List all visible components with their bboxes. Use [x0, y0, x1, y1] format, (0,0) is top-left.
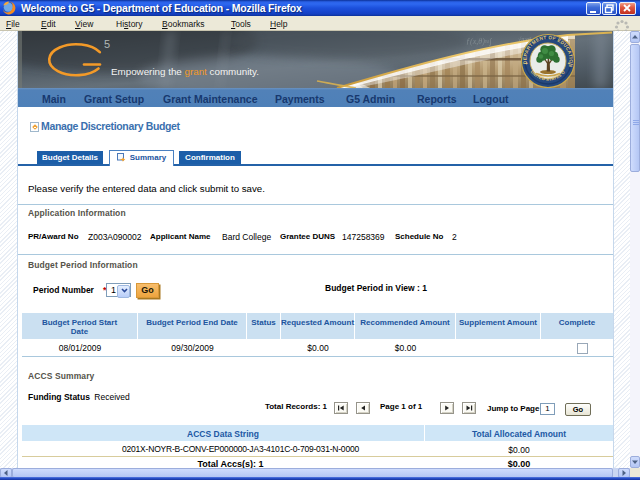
svg-text:5: 5 — [104, 38, 110, 50]
svg-text:√π⋅α²: √π⋅α² — [518, 36, 531, 42]
svg-text:✦: ✦ — [525, 61, 529, 66]
svg-text:ƒ(x,θ)≈∫: ƒ(x,θ)≈∫ — [466, 37, 492, 46]
svg-text:Empowering the grant community: Empowering the grant community. — [111, 66, 259, 77]
svg-text:✦: ✦ — [567, 61, 571, 66]
